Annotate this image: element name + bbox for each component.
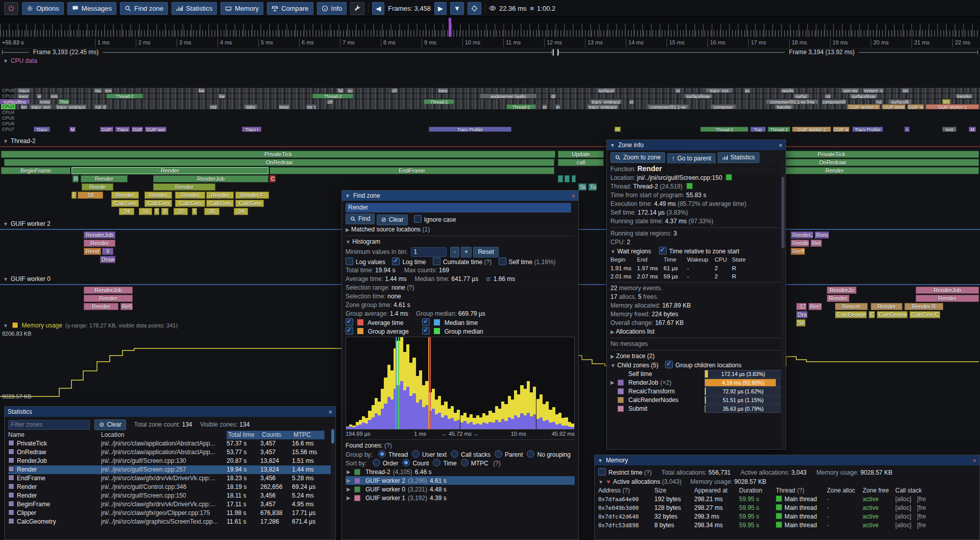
cumulate-time-checkbox[interactable]: [433, 257, 440, 265]
timeline-zone[interactable]: CalcGeo: [175, 200, 205, 207]
cpu-zone[interactable]: surfac: [793, 93, 810, 99]
timeline-zone[interactable]: C: [869, 311, 875, 318]
cpu-zone[interactable]: md: [209, 104, 217, 109]
zone-info-scrollbar[interactable]: [781, 161, 785, 448]
timeline-zone[interactable]: [558, 175, 563, 182]
statistics-button[interactable]: Statistics: [172, 2, 217, 15]
cpu-zone[interactable]: composer@2.1-se: [647, 104, 689, 109]
clear-filter-button[interactable]: ⊘Clear: [94, 419, 126, 430]
statistics-table-row[interactable]: BeginFrame jni/../jni/src/claw/gfx/drv/v…: [8, 500, 332, 509]
cpu-zone[interactable]: I: [904, 127, 910, 132]
timeline-zone[interactable]: R: [72, 175, 79, 182]
self-time-checkbox[interactable]: [499, 257, 506, 265]
log-time-checkbox[interactable]: [392, 257, 400, 265]
timeline-zone[interactable]: 9: [102, 248, 113, 255]
cpu-zone[interactable]: Tracy: [34, 127, 50, 132]
cpu-zone[interactable]: surfacel: [597, 88, 616, 93]
timeline-zone[interactable]: Render: [84, 303, 118, 310]
cpu-zone[interactable]: kworke: [775, 104, 793, 109]
allocations-list-header[interactable]: ▶ Allocations list: [610, 327, 782, 336]
frame-label[interactable]: Frame 3,194 (13.92 ms): [785, 49, 859, 56]
relative-time-checkbox[interactable]: [659, 247, 667, 254]
compare-button[interactable]: Compare: [267, 2, 313, 15]
series-checkbox[interactable]: [346, 318, 353, 326]
cpu-zone[interactable]: rot: [875, 99, 883, 104]
cpu-zone[interactable]: et: [542, 104, 547, 109]
go-to-parent-button[interactable]: ↑ Go to parent: [667, 153, 716, 163]
found-zone-group-row[interactable]: ▶ GUIF worker 0 (3,231) 4.48 s: [346, 485, 575, 494]
timeline-zone[interactable]: Render F: [235, 192, 269, 199]
cpu-zone[interactable]: composer: [710, 104, 736, 109]
timeline-zone[interactable]: 18: [78, 192, 103, 199]
memory-titlebar[interactable]: ▼ Memory ×: [595, 455, 979, 465]
cpu-zone[interactable]: syst: [942, 127, 957, 132]
statistics-table-row[interactable]: OnRedraw jni/../jni/src/claw/application…: [8, 448, 332, 457]
timeline-zone[interactable]: CalcGeome: [835, 311, 867, 318]
timeline-zone[interactable]: RenderJo: [827, 287, 856, 294]
timeline-zone[interactable]: CalcGeo: [111, 200, 139, 207]
cpu-zone[interactable]: au: [744, 88, 750, 93]
cpu-zone[interactable]: GUIF worker 0: [847, 104, 880, 109]
statistics-table-row[interactable]: EndFrame jni/../jni/src/claw/gfx/drv/vk/…: [8, 474, 332, 483]
zone-info-titlebar[interactable]: ▼ Zone info ×: [607, 140, 786, 150]
statistics-table-row[interactable]: RenderJob jni/../jni/src/guif/Screen.cpp…: [8, 457, 332, 465]
cpu-zone[interactable]: Tracy: [115, 127, 130, 132]
timeline-zone[interactable]: Rencer: [835, 303, 868, 310]
cpu-zone[interactable]: le: [37, 93, 42, 99]
cpu-zone[interactable]: Thread-2: [700, 127, 748, 132]
cpu-zone[interactable]: syste: [39, 99, 51, 104]
child-zone-row[interactable]: ▶ RenderJob (×2) 4.16 ms (92.60%): [610, 378, 782, 387]
cpu-zone[interactable]: Tracy I: [242, 127, 261, 132]
legend-item[interactable]: Group median: [422, 327, 499, 336]
log-values-checkbox[interactable]: [346, 257, 353, 265]
timeline-zone[interactable]: Draw: [100, 256, 115, 263]
timeline-zone[interactable]: RenderJ: [791, 231, 813, 239]
cpu-zone[interactable]: GUIF: [132, 127, 143, 132]
series-checkbox[interactable]: [422, 327, 430, 335]
timeline-zone[interactable]: Rend: [84, 248, 101, 255]
cpu-zone[interactable]: isy: [901, 88, 910, 93]
filter-zones-input[interactable]: Filter zones: [8, 420, 90, 430]
group-by-radio[interactable]: Thread: [378, 451, 408, 458]
cpu-zone[interactable]: surfacefinge: [849, 93, 878, 99]
crosshair-button[interactable]: [468, 2, 481, 15]
cpu-zone[interactable]: Thread-2: [424, 99, 454, 104]
timeline-zone[interactable]: Ren: [811, 240, 822, 247]
child-zones-header[interactable]: ▼ Child zones (5) Group children locatio…: [610, 361, 782, 369]
memory-table-row[interactable]: 0x7e049b3d00 128 bytes 298.27 ms 59.95 s…: [598, 504, 976, 512]
cpu-data-header[interactable]: ▼CPU data: [3, 57, 37, 64]
timeline-zone[interactable]: Su: [578, 183, 586, 191]
zoom-to-zone-button[interactable]: Zoom to zone: [610, 152, 665, 163]
cpu-zone[interactable]: kwoct: [279, 104, 290, 109]
cpu-zone[interactable]: cfr: [391, 88, 398, 93]
statistics-table-row[interactable]: Render jni/../jni/src/guif/Screen.cpp:25…: [8, 465, 332, 474]
cpu-zone[interactable]: tracy_syn: [30, 104, 52, 109]
reset-button[interactable]: Reset: [473, 247, 498, 257]
timeline-zone[interactable]: Render: [871, 303, 902, 310]
cpu-zone[interactable]: GUIF w: [833, 127, 849, 132]
active-allocations-header[interactable]: ▼ ♥ Active allocations (3,043) Memory us…: [598, 478, 976, 486]
cpu-zone[interactable]: Tracy Profiler: [852, 127, 883, 132]
timeline-zone[interactable]: CalcGeo: [144, 200, 172, 207]
close-icon[interactable]: ×: [328, 408, 332, 416]
cpu-zone[interactable]: in: [555, 104, 560, 109]
prev-frame-button[interactable]: ◀: [372, 2, 384, 15]
cpu-zone[interactable]: M: [969, 127, 976, 132]
timeline-zone[interactable]: C: [154, 208, 159, 215]
cpu-zone[interactable]: ot: [675, 88, 681, 93]
timeline-zone[interactable]: C: [270, 175, 276, 182]
timeline-zone[interactable]: 24: [119, 208, 134, 215]
cpu-zone[interactable]: surfacefli: [888, 99, 912, 104]
timeline-zone[interactable]: Render: [175, 192, 205, 199]
cpu-zone[interactable]: fal: [337, 88, 344, 93]
wait-table-row[interactable]: 2.01 ms 2.07 ms 59 µs - 2 R: [610, 272, 782, 280]
cpu-zone[interactable]: GUIF work: [882, 104, 905, 109]
time-ruler[interactable]: +55.83 s 1 ms2 ms3 ms4 ms5 ms6 ms7 ms8 m…: [0, 38, 980, 49]
cpu-zone[interactable]: Tracy Profiler: [429, 127, 511, 132]
timeline-zone[interactable]: Render: [791, 240, 809, 247]
wait-table-row[interactable]: 1.91 ms 1.97 ms 61 µs - 2 R: [610, 264, 782, 272]
legend-item[interactable]: Average time: [346, 318, 422, 327]
memory-table-row[interactable]: 0x7dfaa64e00 192 bytes 298.21 ms 59.95 s…: [598, 495, 976, 504]
memory-table-header[interactable]: Address (?) Size Appeared at Duration Th…: [598, 486, 976, 495]
cpu-zone[interactable]: tracy_systrace: [55, 104, 87, 109]
